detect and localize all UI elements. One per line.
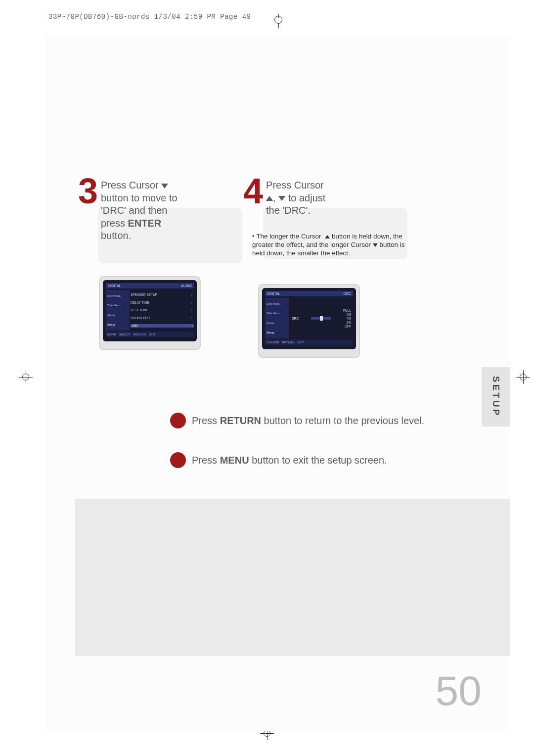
- tv-screenshot-4: DIGITAL DRC Disc Menu Title Menu Audio S…: [258, 284, 360, 358]
- step-number-4: 4: [243, 175, 263, 207]
- tv-header-left: DIGITAL: [267, 292, 280, 295]
- drc-gauge-icon: [311, 317, 331, 320]
- tv-sidebar: Disc Menu Title Menu Audio Setup: [106, 290, 130, 331]
- return-note: Press RETURN button to return to the pre…: [170, 413, 424, 428]
- cursor-up-icon: [325, 235, 330, 238]
- registration-mark-right: [516, 370, 530, 384]
- cursor-down-icon: [161, 184, 168, 189]
- print-header: 33P~70P(DB760)-GB-nords 1/3/04 2:59 PM P…: [48, 13, 251, 21]
- bullet-icon: [170, 452, 186, 468]
- step-4-block: 4 Press Cursor , to adjust the 'DRC'.: [243, 178, 392, 217]
- step-4-note: • The longer the Cursor button is held d…: [252, 233, 405, 258]
- bottom-band: [75, 499, 510, 656]
- bullet-icon: [170, 413, 186, 428]
- step-3-block: 3 Press Cursor button to move to 'DRC' a…: [78, 178, 226, 242]
- tv-menu: SPEAKER SETUP: DELAY TIME: TEST TONE: SO…: [131, 290, 194, 331]
- menu-note: Press MENU button to exit the setup scre…: [170, 452, 387, 468]
- manual-page: 33P~70P(DB760)-GB-nords 1/3/04 2:59 PM P…: [0, 0, 534, 756]
- tv-footer: MOVE SELECT RETURN EXIT: [106, 331, 194, 337]
- step-3-text: Press Cursor button to move to 'DRC' and…: [101, 178, 178, 242]
- tv-header-right: AUDIO: [181, 284, 192, 287]
- tv-drc-panel: DRC FULL 6/8 4/8 2/8 OFF: [290, 298, 353, 338]
- crop-mark-icon: [278, 14, 279, 18]
- tv-footer: CHANGE RETURN EXIT: [265, 339, 353, 345]
- tv-sidebar: Disc Menu Title Menu Audio Setup: [265, 298, 289, 338]
- cursor-down-icon: [278, 196, 285, 201]
- tv-header-left: DIGITAL: [108, 284, 121, 287]
- cursor-up-icon: [266, 196, 273, 201]
- step-4-text: Press Cursor , to adjust the 'DRC'.: [266, 178, 325, 217]
- page-number: 50: [436, 667, 482, 715]
- content-area: 3 Press Cursor button to move to 'DRC' a…: [44, 35, 510, 731]
- cursor-down-icon: [373, 243, 378, 247]
- section-tab-setup: SETUP: [482, 367, 510, 426]
- step-number-3: 3: [78, 175, 98, 207]
- registration-mark-left: [19, 370, 33, 384]
- crop-mark-icon: [278, 24, 279, 28]
- tv-screenshot-3: DIGITAL AUDIO Disc Menu Title Menu Audio…: [99, 276, 201, 350]
- tv-header-right: DRC: [344, 292, 351, 295]
